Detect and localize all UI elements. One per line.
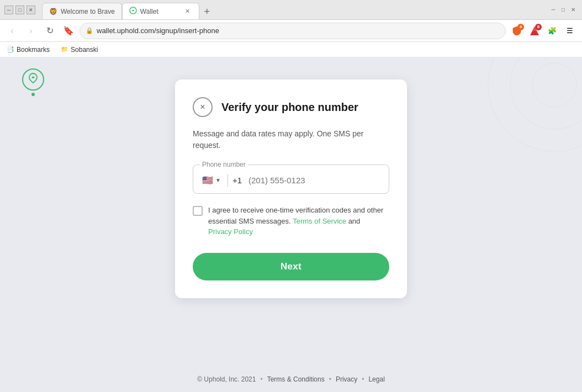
tab-welcome[interactable]: 🦁 Welcome to Brave <box>42 3 122 19</box>
close-window-button[interactable]: ✕ <box>27 6 35 14</box>
maximize-button[interactable]: □ <box>15 6 24 14</box>
bookmark-bookmarks[interactable]: 📑 Bookmarks <box>4 45 52 55</box>
footer-legal-link[interactable]: Legal <box>368 375 384 383</box>
minimize-button[interactable]: ─ <box>4 6 13 14</box>
next-button[interactable]: Next <box>193 253 389 280</box>
window-controls: ─ □ ✕ <box>4 6 35 14</box>
toolbar-icons: 4 8 🧩 ☰ <box>509 23 578 39</box>
browser-window: ─ □ ✕ 🦁 Welcome to Brave Wallet ✕ + <box>0 0 582 392</box>
sms-consent-text: I agree to receive one-time verification… <box>208 205 389 237</box>
nav-bar: ‹ › ↻ 🔖 🔒 wallet.uphold.com/signup/inser… <box>0 20 582 42</box>
logo-circle <box>22 68 44 91</box>
new-tab-button[interactable]: + <box>199 4 215 19</box>
sms-consent-checkbox[interactable] <box>193 206 203 216</box>
sms-consent-area: I agree to receive one-time verification… <box>193 205 389 237</box>
country-code: +1 <box>232 176 242 185</box>
svg-point-5 <box>532 63 576 107</box>
minimize-os-button[interactable]: ─ <box>549 6 558 14</box>
chevron-down-icon: ▼ <box>215 177 221 183</box>
tab-welcome-label: Welcome to Brave <box>61 8 115 15</box>
bookmark-page-button[interactable]: 🔖 <box>61 23 76 39</box>
logo-dot <box>31 93 35 96</box>
back-button[interactable]: ‹ <box>4 23 20 39</box>
modal-close-button[interactable]: × <box>193 97 213 117</box>
restore-os-button[interactable]: □ <box>559 6 568 14</box>
modal-title: Verify your phone number <box>221 101 358 114</box>
tab-wallet[interactable]: Wallet ✕ <box>122 3 199 19</box>
phone-label: Phone number <box>200 161 248 168</box>
bookmark-sobanski[interactable]: 📁 Sobanski <box>59 45 100 55</box>
tabs-bar: 🦁 Welcome to Brave Wallet ✕ + <box>42 0 542 19</box>
phone-divider <box>227 174 228 187</box>
brave-rewards-icon[interactable]: 8 <box>527 23 542 39</box>
footer-dot-2: • <box>329 375 331 383</box>
bookmark-icon: 📑 <box>7 46 14 53</box>
tab-wallet-close[interactable]: ✕ <box>183 7 192 16</box>
tab-welcome-icon: 🦁 <box>49 8 57 15</box>
close-os-button[interactable]: ✕ <box>569 6 578 14</box>
footer-copyright: © Uphold, Inc. 2021 <box>197 375 256 383</box>
bookmark-sobanski-label: Sobanski <box>71 46 98 54</box>
footer-dot-1: • <box>260 375 262 383</box>
phone-number-field: Phone number 🇺🇸 ▼ +1 <box>193 165 389 194</box>
svg-point-3 <box>488 57 582 151</box>
tab-wallet-label: Wallet <box>140 8 158 15</box>
privacy-policy-link[interactable]: Privacy Policy <box>208 227 253 236</box>
menu-icon[interactable]: ☰ <box>562 23 578 39</box>
rewards-badge: 8 <box>535 24 542 30</box>
shield-badge: 4 <box>517 24 524 30</box>
uphold-logo <box>22 68 44 96</box>
terms-of-service-link[interactable]: Terms of Service <box>293 217 346 225</box>
forward-button[interactable]: › <box>23 23 39 39</box>
modal-header: × Verify your phone number <box>193 97 389 117</box>
svg-point-4 <box>510 57 582 129</box>
bookmarks-bar: 📑 Bookmarks 📁 Sobanski <box>0 42 582 57</box>
footer-terms-link[interactable]: Terms & Conditions <box>267 375 325 383</box>
address-text: wallet.uphold.com/signup/insert-phone <box>97 27 500 35</box>
extensions-icon[interactable]: 🧩 <box>544 23 560 39</box>
country-selector[interactable]: 🇺🇸 ▼ <box>200 173 223 188</box>
modal-card: × Verify your phone number Message and d… <box>175 80 407 298</box>
address-bar[interactable]: 🔒 wallet.uphold.com/signup/insert-phone <box>80 23 506 39</box>
shield-icon[interactable]: 4 <box>509 23 525 39</box>
logo-symbol <box>27 72 40 88</box>
consent-and: and <box>348 217 361 225</box>
footer-privacy-link[interactable]: Privacy <box>336 375 357 383</box>
page-footer: © Uphold, Inc. 2021 • Terms & Conditions… <box>197 375 385 383</box>
bookmark-bookmarks-label: Bookmarks <box>17 46 50 54</box>
title-bar: ─ □ ✕ 🦁 Welcome to Brave Wallet ✕ + <box>0 0 582 20</box>
page-content: × Verify your phone number Message and d… <box>0 57 582 392</box>
phone-input-row: 🇺🇸 ▼ +1 <box>200 173 382 188</box>
lock-icon: 🔒 <box>86 27 93 34</box>
country-flag: 🇺🇸 <box>202 175 213 186</box>
reload-button[interactable]: ↻ <box>42 23 57 39</box>
footer-dot-3: • <box>362 375 364 383</box>
modal-subtitle: Message and data rates may apply. One SM… <box>193 128 389 151</box>
phone-number-input[interactable] <box>248 176 382 185</box>
tab-wallet-icon <box>129 7 137 16</box>
folder-icon: 📁 <box>61 46 68 53</box>
